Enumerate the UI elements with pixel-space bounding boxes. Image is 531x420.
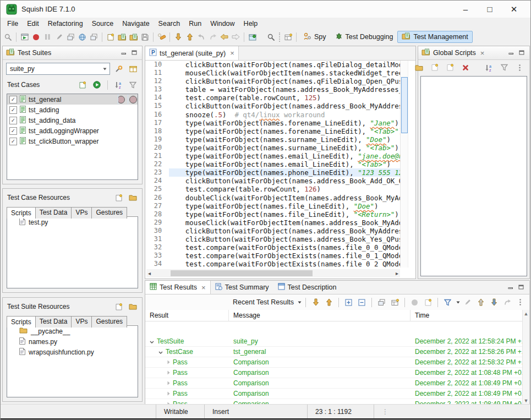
- suite-config-table-icon[interactable]: [128, 63, 138, 75]
- tab-test-results[interactable]: Test Results ×: [145, 281, 211, 294]
- tsr-tab-scripts[interactable]: Scripts: [7, 316, 36, 328]
- maximize-view-icon[interactable]: [518, 283, 524, 291]
- view-menu-icon[interactable]: [515, 296, 525, 308]
- open-folder-icon[interactable]: [128, 192, 138, 204]
- tcr-tab-scripts[interactable]: Scripts: [7, 207, 36, 219]
- code-line[interactable]: 30 clickButton(waitForObject(names.addre…: [145, 227, 401, 235]
- chevron-collapsed-icon[interactable]: [167, 390, 170, 397]
- checkbox-icon[interactable]: ✓: [9, 106, 17, 114]
- test-case-row[interactable]: ✓tst_general: [7, 94, 138, 105]
- global-scripts-list[interactable]: [420, 76, 527, 276]
- add-global-directory-icon[interactable]: [414, 62, 424, 74]
- code-line[interactable]: 26 doubleClick(waitForObjectItem(names.a…: [145, 194, 401, 202]
- code-line[interactable]: 29 mouseClick(waitForObjectItem(names.ad…: [145, 219, 401, 227]
- new-test-case-icon[interactable]: [117, 31, 127, 43]
- filter-icon[interactable]: [499, 62, 510, 74]
- open-perspective-icon[interactable]: [283, 31, 293, 43]
- filter-icon[interactable]: [442, 296, 453, 308]
- chevron-collapsed-icon[interactable]: [167, 369, 170, 377]
- sort-az-icon[interactable]: az: [113, 79, 124, 91]
- code-line[interactable]: 24 clickButton(waitForObject(names.addre…: [145, 177, 401, 185]
- test-suites-title[interactable]: Test Suites: [18, 49, 51, 57]
- close-view-icon[interactable]: ×: [480, 49, 485, 57]
- editor-vertical-scrollbar[interactable]: [400, 61, 408, 268]
- close-window-button[interactable]: ✕: [502, 1, 526, 18]
- search-icon[interactable]: [266, 31, 276, 43]
- menu-file[interactable]: File: [3, 19, 23, 29]
- maximize-window-button[interactable]: □: [478, 1, 502, 18]
- launch-aut-icon[interactable]: [19, 31, 30, 43]
- menu-edit[interactable]: Edit: [23, 19, 43, 29]
- menu-refactoring[interactable]: Refactoring: [43, 19, 87, 29]
- new-test-case-button[interactable]: [77, 79, 87, 91]
- browser-icon[interactable]: [77, 31, 87, 43]
- code-editor[interactable]: 10 clickButton(waitForObject(names.qFile…: [145, 61, 401, 268]
- scroll-right-arrow[interactable]: ▸: [396, 270, 398, 276]
- object-highlight-icon[interactable]: [156, 31, 167, 43]
- suite-settings-icon[interactable]: [113, 63, 124, 75]
- scroll-left-arrow[interactable]: ◂: [148, 270, 151, 276]
- checkbox-icon[interactable]: ✓: [9, 138, 17, 145]
- tsr-tab-vps[interactable]: VPs: [71, 316, 92, 328]
- global-scripts-title[interactable]: Global Scripts: [433, 49, 476, 57]
- code-line[interactable]: 12 clickButton(waitForObject(names.qFile…: [145, 77, 401, 85]
- result-row[interactable]: PassComparisonDecember 2, 2022 at 1:08:4…: [145, 378, 522, 389]
- minimize-view-icon[interactable]: [508, 49, 514, 57]
- close-tab-icon[interactable]: ×: [201, 283, 206, 292]
- new-test-suite-button[interactable]: [105, 31, 116, 43]
- menu-run[interactable]: Run: [184, 19, 206, 29]
- tsr-tab-gestures[interactable]: Gestures: [91, 316, 127, 328]
- test-case-row[interactable]: ✓tst_adding_data: [7, 115, 138, 126]
- filter-icon[interactable]: [128, 79, 138, 91]
- editor-tab[interactable]: P tst_general (suite_py) ×: [145, 46, 239, 60]
- code-line[interactable]: 19 type(waitForObject(names.surname_Line…: [145, 135, 401, 144]
- import-test-resource-icon[interactable]: [128, 31, 139, 43]
- remove-icon[interactable]: [460, 62, 470, 74]
- editor-horizontal-scrollbar[interactable]: ◂ ▸: [146, 269, 400, 277]
- view-menu-icon[interactable]: [514, 62, 525, 74]
- code-line[interactable]: 28 type(waitForObject(names.file_LineEdi…: [145, 210, 401, 219]
- chevron-down-icon[interactable]: [456, 301, 460, 304]
- menu-navigate[interactable]: Navigate: [118, 19, 154, 29]
- code-line[interactable]: 15 clickButton(waitForObject(names.addre…: [145, 102, 401, 110]
- scrollbar-thumb[interactable]: [171, 270, 313, 276]
- open-folder-icon[interactable]: [128, 301, 138, 313]
- tab-test-summary[interactable]: Test Summary: [211, 281, 273, 294]
- chevron-expanded-icon[interactable]: [150, 337, 154, 345]
- next-annotation-icon[interactable]: [173, 31, 183, 43]
- minimize-view-icon[interactable]: [121, 49, 127, 57]
- resource-item[interactable]: names.py: [7, 336, 138, 347]
- menu-source[interactable]: Source: [87, 19, 118, 29]
- maximize-view-icon[interactable]: [519, 49, 524, 57]
- code-line[interactable]: 34 test.compare(waitForObjectExists(name…: [145, 260, 401, 268]
- checkbox-icon[interactable]: ✓: [9, 127, 17, 135]
- test-management-perspective-button[interactable]: Test Management: [397, 31, 472, 43]
- back-history-icon[interactable]: [219, 31, 229, 43]
- maximize-view-icon[interactable]: [132, 49, 137, 57]
- result-row[interactable]: PassComparisonDecember 2, 2022 at 1:08:4…: [145, 368, 522, 378]
- tcr-tab-test-data[interactable]: Test Data: [35, 207, 72, 219]
- code-line[interactable]: 17 type(waitForObject(names.forename_Lin…: [145, 119, 401, 127]
- chevron-collapsed-icon[interactable]: [167, 358, 170, 366]
- sort-az-icon[interactable]: az: [484, 62, 494, 74]
- minimize-window-button[interactable]: –: [453, 1, 478, 18]
- minimize-view-icon[interactable]: [508, 283, 513, 291]
- code-line[interactable]: 18 type(waitForObject(names.forename_Lin…: [145, 127, 401, 135]
- results-header-row[interactable]: ResultMessageTime: [145, 310, 529, 321]
- new-resource-icon[interactable]: [113, 301, 124, 313]
- tcr-tab-gestures[interactable]: Gestures: [91, 207, 127, 219]
- code-line[interactable]: 20 type(waitForObject(names.surname_Line…: [145, 144, 401, 152]
- checkbox-icon[interactable]: ✓: [9, 96, 17, 103]
- code-line[interactable]: 11 mouseClick(waitForObjectItem(names.st…: [145, 69, 401, 77]
- close-tab-icon[interactable]: ×: [230, 49, 234, 57]
- code-line[interactable]: 31 clickButton(waitForObject(names.addre…: [145, 235, 401, 243]
- chevron-down-icon[interactable]: [298, 301, 302, 304]
- tab-test-description[interactable]: Test Description: [273, 281, 341, 294]
- recent-test-results-dropdown[interactable]: Recent Test Results: [233, 298, 294, 306]
- code-line[interactable]: 13 table = waitForObject(names.address_B…: [145, 85, 401, 94]
- test-case-row[interactable]: ✓tst_addLoggingWrapper: [7, 126, 138, 136]
- spy-perspective-button[interactable]: Spy: [299, 31, 331, 43]
- code-line[interactable]: 27 type(waitForObject(names.file_LineEdi…: [145, 202, 401, 210]
- chevron-collapsed-icon[interactable]: [167, 379, 170, 387]
- code-line[interactable]: 23 type(waitForObject(names.phone_LineEd…: [145, 168, 401, 177]
